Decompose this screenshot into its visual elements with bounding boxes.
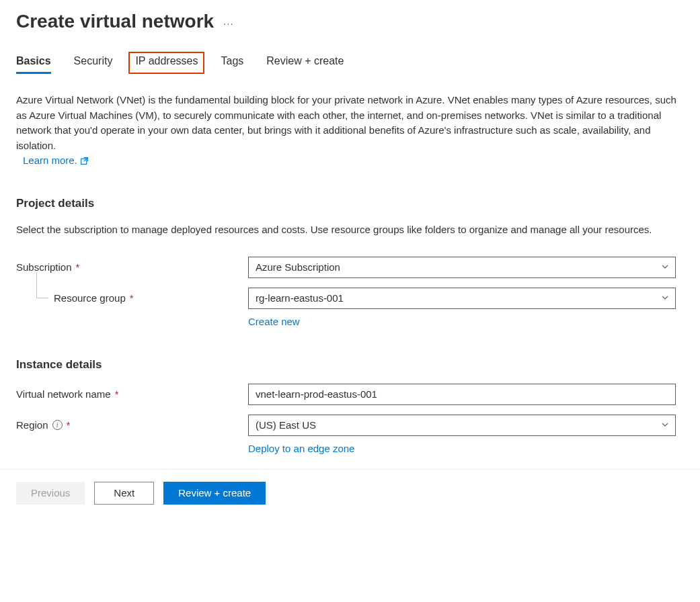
region-select[interactable]	[248, 415, 676, 436]
vnet-name-input[interactable]	[248, 384, 676, 405]
resource-group-label-text: Resource group	[54, 292, 126, 304]
create-new-link[interactable]: Create new	[248, 316, 300, 327]
tabs-nav: Basics Security IP addresses Tags Review…	[16, 55, 684, 73]
info-icon[interactable]: i	[52, 420, 63, 430]
resource-group-label: Resource group *	[16, 292, 248, 304]
tab-ip-addresses[interactable]: IP addresses	[128, 52, 204, 74]
required-mark: *	[76, 261, 80, 273]
vnet-name-label: Virtual network name *	[16, 388, 248, 400]
learn-more-label: Learn more.	[23, 155, 77, 166]
resource-group-select[interactable]	[248, 288, 676, 309]
required-mark: *	[67, 419, 71, 431]
subscription-label-text: Subscription	[16, 261, 72, 273]
footer-actions: Previous Next Review + create	[0, 469, 700, 517]
instance-details-heading: Instance details	[16, 358, 684, 372]
subscription-label: Subscription *	[16, 261, 248, 273]
page-title: Create virtual network	[16, 11, 214, 32]
tree-line	[36, 298, 48, 298]
deploy-edge-zone-link[interactable]: Deploy to an edge zone	[248, 443, 354, 454]
subscription-select[interactable]	[248, 257, 676, 278]
more-icon[interactable]: ···	[223, 17, 234, 29]
region-label-text: Region	[16, 419, 48, 431]
tab-basics[interactable]: Basics	[16, 55, 51, 73]
tab-security[interactable]: Security	[74, 55, 113, 73]
previous-button: Previous	[16, 482, 85, 505]
intro-description: Azure Virtual Network (VNet) is the fund…	[16, 93, 684, 153]
required-mark: *	[115, 388, 119, 400]
project-details-heading: Project details	[16, 197, 684, 210]
external-link-icon	[80, 156, 89, 165]
region-label: Region i *	[16, 419, 248, 431]
review-create-button[interactable]: Review + create	[163, 482, 266, 505]
vnet-name-label-text: Virtual network name	[16, 388, 111, 400]
tab-tags[interactable]: Tags	[221, 55, 243, 73]
required-mark: *	[130, 292, 134, 304]
learn-more-link[interactable]: Learn more.	[23, 155, 89, 166]
tree-line	[36, 272, 37, 298]
next-button[interactable]: Next	[94, 482, 154, 505]
project-details-description: Select the subscription to manage deploy…	[16, 222, 684, 238]
tab-review-create[interactable]: Review + create	[266, 55, 344, 73]
